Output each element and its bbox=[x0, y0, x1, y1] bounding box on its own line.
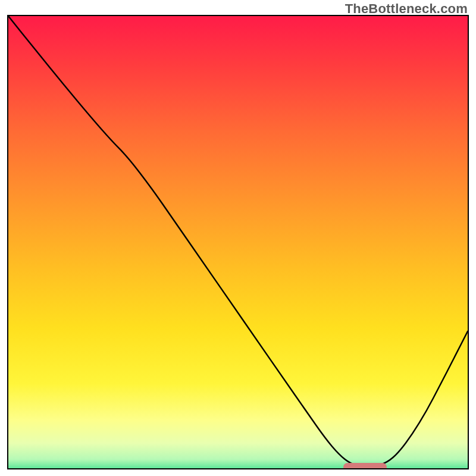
chart-curve bbox=[8, 16, 468, 468]
chart-minimum-marker bbox=[343, 463, 387, 469]
chart-plot-area bbox=[7, 15, 469, 469]
